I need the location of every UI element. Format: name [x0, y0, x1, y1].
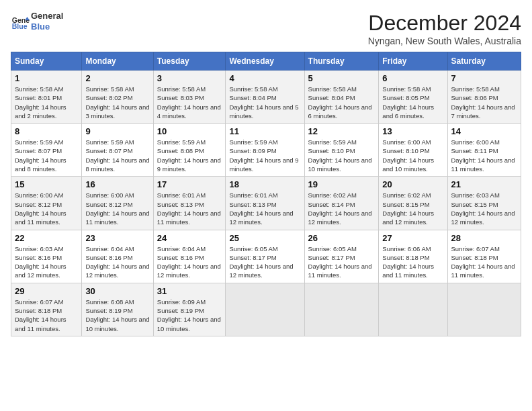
day-number: 19	[308, 179, 375, 189]
day-info: Sunrise: 6:08 AMSunset: 8:19 PMDaylight:…	[85, 298, 149, 333]
day-info: Sunrise: 5:59 AMSunset: 8:07 PMDaylight:…	[15, 138, 78, 173]
day-info: Sunrise: 6:02 AMSunset: 8:14 PMDaylight:…	[308, 191, 375, 226]
day-info: Sunrise: 6:00 AMSunset: 8:12 PMDaylight:…	[15, 191, 78, 226]
day-number: 30	[85, 286, 149, 296]
day-number: 22	[15, 233, 78, 243]
calendar-cell: 3 Sunrise: 5:58 AMSunset: 8:03 PMDayligh…	[153, 71, 226, 124]
day-info: Sunrise: 6:01 AMSunset: 8:13 PMDaylight:…	[229, 191, 300, 226]
day-number: 7	[451, 73, 518, 83]
calendar-cell: 20 Sunrise: 6:02 AMSunset: 8:15 PMDaylig…	[379, 177, 447, 230]
calendar-cell	[447, 283, 521, 336]
calendar-cell: 5 Sunrise: 5:58 AMSunset: 8:04 PMDayligh…	[304, 71, 379, 124]
day-info: Sunrise: 6:04 AMSunset: 8:16 PMDaylight:…	[157, 244, 222, 280]
day-number: 3	[157, 73, 222, 83]
day-number: 23	[85, 233, 149, 243]
calendar-cell: 1 Sunrise: 5:58 AMSunset: 8:01 PMDayligh…	[11, 71, 82, 124]
day-info: Sunrise: 5:58 AMSunset: 8:02 PMDaylight:…	[85, 85, 149, 120]
day-number: 29	[15, 286, 78, 296]
day-number: 24	[157, 233, 222, 243]
month-title: December 2024	[368, 11, 521, 36]
page-header: General Blue General Blue December 2024 …	[11, 11, 521, 46]
logo-icon: General Blue	[11, 12, 30, 31]
day-info: Sunrise: 5:58 AMSunset: 8:01 PMDaylight:…	[15, 85, 78, 120]
calendar-cell	[226, 283, 304, 336]
weekday-header-saturday: Saturday	[447, 52, 521, 71]
logo: General Blue General Blue	[11, 11, 63, 32]
day-info: Sunrise: 6:07 AMSunset: 8:18 PMDaylight:…	[15, 298, 78, 333]
calendar-cell: 4 Sunrise: 5:58 AMSunset: 8:04 PMDayligh…	[226, 71, 304, 124]
day-number: 1	[15, 73, 78, 83]
calendar-cell: 6 Sunrise: 5:58 AMSunset: 8:05 PMDayligh…	[379, 71, 447, 124]
day-number: 18	[229, 179, 300, 189]
day-number: 5	[308, 73, 375, 83]
title-block: December 2024 Nyngan, New South Wales, A…	[368, 11, 521, 46]
calendar-cell: 7 Sunrise: 5:58 AMSunset: 8:06 PMDayligh…	[447, 71, 521, 124]
day-info: Sunrise: 6:07 AMSunset: 8:18 PMDaylight:…	[451, 244, 518, 280]
calendar-cell: 14 Sunrise: 6:00 AMSunset: 8:11 PMDaylig…	[447, 124, 521, 177]
day-number: 2	[85, 73, 149, 83]
day-info: Sunrise: 5:58 AMSunset: 8:06 PMDaylight:…	[451, 85, 518, 120]
calendar-week-row: 22 Sunrise: 6:03 AMSunset: 8:16 PMDaylig…	[11, 230, 521, 283]
day-info: Sunrise: 5:59 AMSunset: 8:09 PMDaylight:…	[229, 138, 300, 173]
calendar-cell: 19 Sunrise: 6:02 AMSunset: 8:14 PMDaylig…	[304, 177, 379, 230]
day-number: 25	[229, 233, 300, 243]
calendar-cell: 15 Sunrise: 6:00 AMSunset: 8:12 PMDaylig…	[11, 177, 82, 230]
day-number: 9	[85, 126, 149, 136]
calendar-cell: 26 Sunrise: 6:05 AMSunset: 8:17 PMDaylig…	[304, 230, 379, 283]
day-number: 28	[451, 233, 518, 243]
day-number: 10	[157, 126, 222, 136]
weekday-header-friday: Friday	[379, 52, 447, 71]
calendar-cell: 23 Sunrise: 6:04 AMSunset: 8:16 PMDaylig…	[82, 230, 153, 283]
calendar-cell: 24 Sunrise: 6:04 AMSunset: 8:16 PMDaylig…	[153, 230, 226, 283]
day-number: 12	[308, 126, 375, 136]
day-number: 16	[85, 179, 149, 189]
calendar-cell	[379, 283, 447, 336]
day-info: Sunrise: 6:04 AMSunset: 8:16 PMDaylight:…	[85, 244, 149, 280]
logo-text: General Blue	[31, 11, 63, 32]
weekday-header-sunday: Sunday	[11, 52, 82, 71]
day-info: Sunrise: 6:00 AMSunset: 8:12 PMDaylight:…	[85, 191, 149, 226]
day-info: Sunrise: 5:59 AMSunset: 8:10 PMDaylight:…	[308, 138, 375, 173]
day-number: 8	[15, 126, 78, 136]
day-info: Sunrise: 6:00 AMSunset: 8:11 PMDaylight:…	[451, 138, 518, 173]
calendar-cell: 12 Sunrise: 5:59 AMSunset: 8:10 PMDaylig…	[304, 124, 379, 177]
day-number: 15	[15, 179, 78, 189]
calendar-cell: 25 Sunrise: 6:05 AMSunset: 8:17 PMDaylig…	[226, 230, 304, 283]
day-number: 4	[229, 73, 300, 83]
calendar-cell: 9 Sunrise: 5:59 AMSunset: 8:07 PMDayligh…	[82, 124, 153, 177]
day-number: 11	[229, 126, 300, 136]
calendar-cell: 11 Sunrise: 5:59 AMSunset: 8:09 PMDaylig…	[226, 124, 304, 177]
day-info: Sunrise: 5:58 AMSunset: 8:04 PMDaylight:…	[308, 85, 375, 120]
calendar-cell: 31 Sunrise: 6:09 AMSunset: 8:19 PMDaylig…	[153, 283, 226, 336]
day-info: Sunrise: 6:05 AMSunset: 8:17 PMDaylight:…	[229, 244, 300, 280]
calendar-week-row: 8 Sunrise: 5:59 AMSunset: 8:07 PMDayligh…	[11, 124, 521, 177]
day-number: 26	[308, 233, 375, 243]
weekday-header-monday: Monday	[82, 52, 153, 71]
calendar-cell: 8 Sunrise: 5:59 AMSunset: 8:07 PMDayligh…	[11, 124, 82, 177]
day-info: Sunrise: 5:59 AMSunset: 8:08 PMDaylight:…	[157, 138, 222, 173]
weekday-header-thursday: Thursday	[304, 52, 379, 71]
calendar-cell: 29 Sunrise: 6:07 AMSunset: 8:18 PMDaylig…	[11, 283, 82, 336]
day-number: 31	[157, 286, 222, 296]
calendar-week-row: 29 Sunrise: 6:07 AMSunset: 8:18 PMDaylig…	[11, 283, 521, 336]
calendar-header-row: SundayMondayTuesdayWednesdayThursdayFrid…	[11, 52, 521, 71]
day-info: Sunrise: 6:06 AMSunset: 8:18 PMDaylight:…	[382, 244, 443, 280]
day-number: 20	[382, 179, 443, 189]
day-number: 13	[382, 126, 443, 136]
weekday-header-tuesday: Tuesday	[153, 52, 226, 71]
calendar-cell	[304, 283, 379, 336]
day-info: Sunrise: 6:03 AMSunset: 8:16 PMDaylight:…	[15, 244, 78, 280]
day-info: Sunrise: 6:02 AMSunset: 8:15 PMDaylight:…	[382, 191, 443, 226]
calendar-cell: 2 Sunrise: 5:58 AMSunset: 8:02 PMDayligh…	[82, 71, 153, 124]
calendar-cell: 28 Sunrise: 6:07 AMSunset: 8:18 PMDaylig…	[447, 230, 521, 283]
calendar-table: SundayMondayTuesdayWednesdayThursdayFrid…	[11, 52, 521, 336]
calendar-cell: 10 Sunrise: 5:59 AMSunset: 8:08 PMDaylig…	[153, 124, 226, 177]
day-number: 17	[157, 179, 222, 189]
day-info: Sunrise: 6:03 AMSunset: 8:15 PMDaylight:…	[451, 191, 518, 226]
calendar-cell: 17 Sunrise: 6:01 AMSunset: 8:13 PMDaylig…	[153, 177, 226, 230]
calendar-cell: 21 Sunrise: 6:03 AMSunset: 8:15 PMDaylig…	[447, 177, 521, 230]
day-info: Sunrise: 6:01 AMSunset: 8:13 PMDaylight:…	[157, 191, 222, 226]
day-info: Sunrise: 6:09 AMSunset: 8:19 PMDaylight:…	[157, 298, 222, 333]
day-info: Sunrise: 5:59 AMSunset: 8:07 PMDaylight:…	[85, 138, 149, 173]
calendar-cell: 16 Sunrise: 6:00 AMSunset: 8:12 PMDaylig…	[82, 177, 153, 230]
